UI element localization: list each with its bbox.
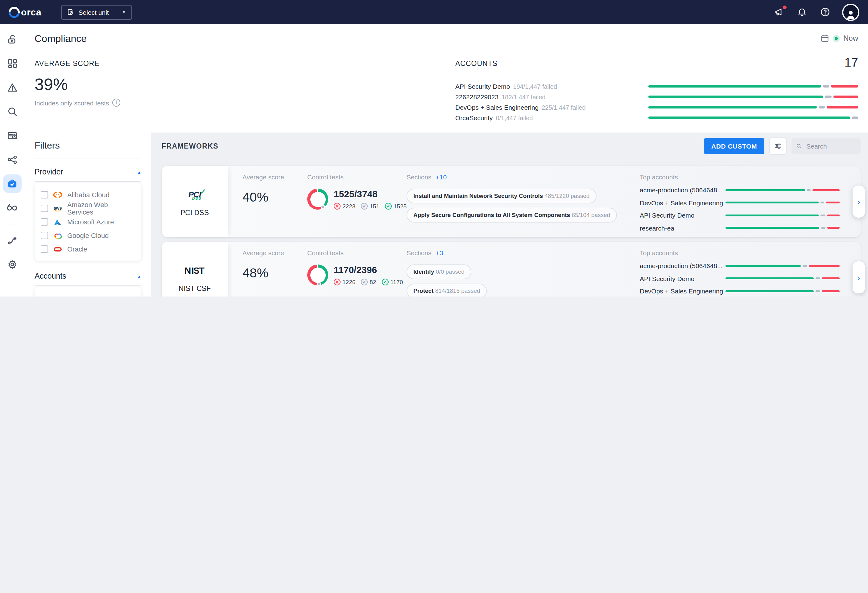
sidebar-item-attack-path-icon[interactable] [3,150,21,169]
provider-option[interactable]: Microsoft Azure [41,215,135,229]
filter-group-provider[interactable]: Provider ▲ [34,168,141,182]
passed-icon: ✓ [382,279,388,285]
expand-framework-chevron[interactable]: › [853,185,865,218]
checkbox[interactable] [41,245,48,253]
top-account-row[interactable]: DevOps + Sales Engineering [640,199,840,206]
help-icon[interactable] [819,6,830,18]
account-options-card: Alibaba Cloud ▼ aws AWS ▼ Azure ▼ GCP ▼ … [34,287,141,296]
checkbox[interactable] [41,218,48,226]
user-avatar[interactable] [842,3,859,21]
unit-icon [68,9,74,15]
sidebar-item-lock-open-icon[interactable] [3,30,21,49]
accounts-count: 17 [844,56,858,70]
expand-framework-chevron[interactable]: › [853,261,865,293]
provider-option[interactable]: aws Amazon Web Services [41,202,135,215]
top-account-score-bar [725,189,840,191]
account-name: OrcaSecurity [455,114,493,121]
sidebar-item-compliance-icon[interactable] [3,174,21,193]
framework-name: PCI DSS [180,209,209,217]
checkbox[interactable] [41,205,48,212]
top-account-name: acme-production (5064648... [640,262,723,269]
account-filter-dropdown[interactable]: Alibaba Cloud ▼ [41,292,135,296]
sections-more-link[interactable]: +3 [436,249,443,256]
skipped-count: 82 [369,279,376,285]
tests-ratio: 1525/3748 [334,188,406,199]
section-chip[interactable]: Protect 814/1815 passed [406,284,487,296]
left-nav-rail [0,24,24,296]
top-accounts-col-label: Top accounts [640,173,840,181]
top-accounts-rows: acme-production (5064648...API Security … [640,262,840,296]
account-summary-row[interactable]: OrcaSecurity 0/1,447 failed [455,115,858,121]
top-accounts-rows: acme-production (5064648...DevOps + Sale… [640,186,840,231]
chevron-up-icon: ▲ [137,170,141,174]
top-account-row[interactable]: acme-production (5064648... [640,262,840,269]
sidebar-item-search-icon[interactable] [3,102,21,121]
search-input[interactable] [805,142,856,150]
section-chips: Identify 0/0 passedProtect 814/1815 pass… [406,265,633,296]
search-icon [796,143,802,149]
framework-card[interactable]: NIST NIST CSF Average score 48% Control … [162,241,861,296]
sidebar-item-data-flow-icon[interactable] [3,231,21,250]
framework-logo-panel: PCI✓DSS PCI DSS [162,166,227,237]
frameworks-panel: FRAMEWORKS ADD CUSTOM PCI✓DSS P [151,132,868,296]
framework-score: 40% [242,190,284,205]
unit-selector-label: Select unit [79,8,109,16]
sections-more-link[interactable]: +10 [436,173,447,181]
provider-option[interactable]: Oracle [41,242,135,256]
average-score-col-label: Average score [242,249,284,256]
skipped-icon: ✓ [361,203,368,210]
unit-selector[interactable]: Select unit ▼ [61,4,132,19]
account-score-bar [648,117,858,119]
account-failed-stat: 0/1,447 failed [496,114,533,121]
account-summary-row[interactable]: 226228229023 182/1,447 failed [455,94,858,100]
account-name: 226228229023 [455,93,499,100]
top-bar: orca Select unit ▼ [0,0,868,24]
accounts-label: ACCOUNTS [455,60,858,67]
top-account-name: acme-production (5064648... [640,186,723,194]
checkbox[interactable] [41,191,48,199]
sidebar-item-settings-icon[interactable] [3,255,21,274]
filter-group-accounts[interactable]: Accounts ▲ [34,272,141,286]
section-chips: Install and Maintain Network Security Co… [406,188,633,222]
section-chip[interactable]: Identify 0/0 passed [406,265,471,279]
provider-option[interactable]: Google Cloud [41,229,135,242]
top-account-row[interactable]: API Security Demo [640,275,840,282]
provider-option[interactable]: Alibaba Cloud [41,188,135,202]
average-score-label: AVERAGE SCORE [34,60,120,67]
add-custom-button[interactable]: ADD CUSTOM [704,138,765,154]
filter-settings-button[interactable] [769,137,787,155]
orca-logo-icon [6,4,22,20]
sidebar-item-dashboard-icon[interactable] [3,54,21,73]
framework-card[interactable]: PCI✓DSS PCI DSS Average score 40% Contro… [162,166,861,237]
account-summary-row[interactable]: API Security Demo 194/1,447 failed [455,83,858,90]
top-account-row[interactable]: research-ea [640,224,840,231]
account-summary-row[interactable]: DevOps + Sales Engineering 225/1,447 fai… [455,104,858,110]
app-window: orca Select unit ▼ Com [0,0,868,296]
notification-dot [783,5,787,9]
top-account-row[interactable]: acme-production (5064648... [640,186,840,194]
section-chip[interactable]: Install and Maintain Network Security Co… [406,188,596,203]
sections-col-label: Sections [406,249,431,256]
provider-option-label: Amazon Web Services [67,201,135,216]
sections-col-label: Sections [406,173,431,181]
oracle-icon [53,247,62,251]
sidebar-item-alerts-icon[interactable] [3,78,21,97]
notifications-icon[interactable] [796,6,807,18]
framework-logo: PCI✓DSS [189,186,201,203]
account-failed-stat: 225/1,447 failed [542,104,586,110]
checkbox[interactable] [41,232,48,239]
top-account-row[interactable]: DevOps + Sales Engineering [640,287,840,295]
failed-icon: ✕ [334,203,341,210]
filters-panel: Filters Provider ▲ Alibaba Cloud aws Ama… [24,132,151,296]
info-icon[interactable]: i [112,99,120,107]
top-account-score-bar [725,202,840,203]
top-account-row[interactable]: API Security Demo [640,212,840,219]
announcements-icon[interactable] [774,6,785,18]
top-account-name: research-ea [640,224,674,231]
time-range-selector[interactable]: Now [821,34,858,43]
section-chip[interactable]: Apply Secure Configurations to All Syste… [406,208,617,222]
accounts-group-label: Accounts [34,272,66,281]
search-box[interactable] [791,138,861,154]
sidebar-item-inventory-icon[interactable] [3,127,21,145]
sidebar-item-shift-left-icon[interactable] [3,199,21,217]
